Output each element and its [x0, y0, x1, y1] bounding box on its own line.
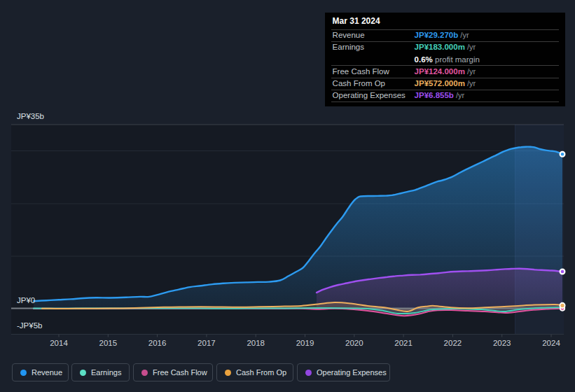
- svg-text:2016: 2016: [148, 339, 167, 347]
- svg-text:2019: 2019: [296, 339, 314, 347]
- svg-text:2022: 2022: [444, 339, 462, 347]
- svg-text:JP¥35b: JP¥35b: [17, 112, 44, 120]
- svg-text:2018: 2018: [247, 339, 265, 347]
- svg-text:-JP¥5b: -JP¥5b: [17, 321, 42, 330]
- svg-text:2015: 2015: [99, 339, 118, 347]
- svg-text:2024: 2024: [542, 339, 560, 347]
- svg-text:2023: 2023: [493, 339, 511, 347]
- svg-text:JP¥0: JP¥0: [17, 296, 35, 304]
- svg-text:2017: 2017: [198, 339, 216, 347]
- svg-text:2021: 2021: [394, 339, 413, 347]
- svg-text:2020: 2020: [345, 339, 363, 347]
- svg-text:2014: 2014: [50, 339, 68, 347]
